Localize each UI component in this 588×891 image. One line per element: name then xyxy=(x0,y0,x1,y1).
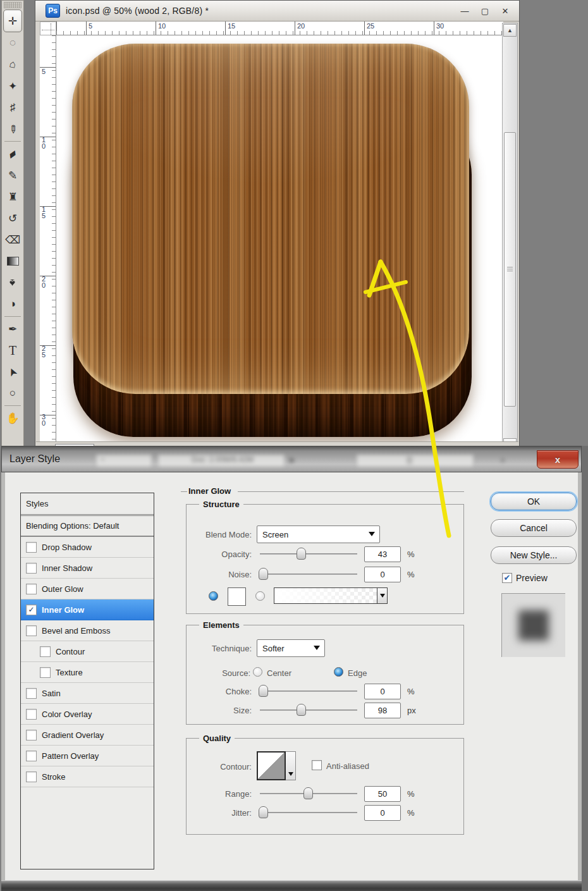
noise-unit: % xyxy=(407,570,415,579)
shape-tool[interactable]: ○ xyxy=(2,383,23,404)
panel-title: Inner Glow xyxy=(188,486,231,496)
ok-button[interactable]: OK xyxy=(491,493,577,510)
close-button[interactable]: ✕ xyxy=(500,6,510,16)
anti-aliased-checkbox[interactable] xyxy=(312,760,322,770)
choke-value-field[interactable]: 0 xyxy=(364,684,401,699)
noise-slider[interactable] xyxy=(260,568,357,581)
wood-icon-front-layer xyxy=(72,44,469,394)
palette-grip[interactable] xyxy=(4,2,21,8)
glow-gradient-radio[interactable] xyxy=(255,591,265,601)
list-item-outer-glow[interactable]: Outer Glow xyxy=(21,579,154,599)
glow-color-radio[interactable] xyxy=(209,591,218,601)
list-item-stroke[interactable]: Stroke xyxy=(21,766,154,787)
list-item-satin[interactable]: Satin xyxy=(21,683,154,704)
preview-checkbox[interactable]: ✔ xyxy=(502,573,512,583)
burn-tool[interactable]: ◑ xyxy=(2,293,23,315)
jitter-slider-thumb[interactable] xyxy=(259,806,268,818)
new-style-button[interactable]: New Style... xyxy=(491,546,577,564)
type-tool[interactable]: T xyxy=(2,340,23,361)
inner-shadow-checkbox[interactable] xyxy=(26,563,37,574)
noise-value-field[interactable]: 0 xyxy=(364,567,401,582)
list-item-gradient-overlay[interactable]: Gradient Overlay xyxy=(21,725,154,746)
healing-brush-tool[interactable]: ▰ xyxy=(2,143,23,164)
scrollbar-thumb[interactable] xyxy=(504,132,516,407)
brush-tool[interactable]: ✎ xyxy=(2,164,23,186)
opacity-value-field[interactable]: 43 xyxy=(364,546,401,562)
cancel-button[interactable]: Cancel xyxy=(491,519,577,537)
texture-checkbox[interactable] xyxy=(40,667,51,678)
list-item-inner-shadow[interactable]: Inner Shadow xyxy=(21,558,154,579)
list-item-drop-shadow[interactable]: Drop Shadow xyxy=(21,537,154,558)
color-overlay-checkbox[interactable] xyxy=(26,709,37,720)
gradient-tool[interactable] xyxy=(2,250,23,272)
style-preview-thumbnail xyxy=(501,593,565,657)
minimize-button[interactable]: — xyxy=(460,6,470,16)
range-value-field[interactable]: 50 xyxy=(364,786,401,802)
path-selection-tool[interactable]: ➤ xyxy=(2,361,23,383)
list-item-blending-options[interactable]: Blending Options: Default xyxy=(21,516,154,537)
ruler-origin-corner xyxy=(40,22,56,35)
stroke-checkbox[interactable] xyxy=(26,771,37,782)
gradient-picker-arrow[interactable] xyxy=(377,588,387,603)
size-slider[interactable] xyxy=(260,704,357,716)
jitter-slider[interactable] xyxy=(260,806,357,819)
crop-tool[interactable]: ♯ xyxy=(2,97,23,118)
vertical-scrollbar[interactable]: ▲ ▼ xyxy=(502,23,518,452)
choke-slider-thumb[interactable] xyxy=(259,685,268,697)
dialog-titlebar[interactable]: ◔ Doc: 2.00M/6.42M ▶ ||| ▸ Layer Style x xyxy=(1,446,582,472)
noise-slider-thumb[interactable] xyxy=(259,568,268,580)
range-slider[interactable] xyxy=(260,787,357,800)
contour-checkbox[interactable] xyxy=(40,646,51,657)
dropdown-arrow-icon xyxy=(369,532,375,536)
choke-slider[interactable] xyxy=(260,685,357,697)
history-brush-tool[interactable]: ↺ xyxy=(2,207,23,229)
maximize-button[interactable]: ▢ xyxy=(480,6,490,16)
list-item-pattern-overlay[interactable]: Pattern Overlay xyxy=(21,746,154,766)
drop-shadow-checkbox[interactable] xyxy=(26,542,37,553)
contour-thumbnail[interactable] xyxy=(257,751,286,780)
scrollbar-grip xyxy=(507,267,513,272)
list-item-texture[interactable]: Texture xyxy=(21,662,154,683)
opacity-slider-thumb[interactable] xyxy=(297,548,306,560)
range-slider-thumb[interactable] xyxy=(303,787,313,799)
range-unit: % xyxy=(407,789,415,799)
eyedropper-tool[interactable]: ✏ xyxy=(2,118,23,140)
size-value-field[interactable]: 98 xyxy=(364,703,401,718)
source-center-radio[interactable] xyxy=(253,667,262,677)
pattern-overlay-checkbox[interactable] xyxy=(26,751,37,761)
dialog-close-button[interactable]: x xyxy=(537,450,579,469)
clone-stamp-tool[interactable]: ♜ xyxy=(2,186,23,207)
scroll-up-arrow[interactable]: ▲ xyxy=(503,24,517,37)
gradient-overlay-checkbox[interactable] xyxy=(26,730,37,740)
glow-gradient-bar[interactable] xyxy=(274,587,388,604)
move-tool[interactable]: ✛ xyxy=(3,9,22,32)
quality-group: Quality xyxy=(186,738,464,835)
list-item-color-overlay[interactable]: Color Overlay xyxy=(21,704,154,725)
satin-checkbox[interactable] xyxy=(26,688,37,699)
blend-mode-dropdown[interactable]: Screen xyxy=(257,525,380,543)
opacity-slider[interactable] xyxy=(260,548,357,560)
blur-tool[interactable]: ♠ xyxy=(2,272,23,293)
inner-glow-checkbox[interactable]: ✓ xyxy=(26,605,37,615)
eraser-tool[interactable]: ⌫ xyxy=(2,229,23,250)
marquee-tool[interactable]: ◌ xyxy=(2,32,23,54)
list-item-contour[interactable]: Contour xyxy=(21,641,154,662)
source-edge-radio[interactable] xyxy=(334,667,343,677)
bevel-emboss-checkbox[interactable] xyxy=(26,625,37,636)
outer-glow-checkbox[interactable] xyxy=(26,584,37,594)
list-item-inner-glow[interactable]: ✓Inner Glow xyxy=(21,599,154,620)
size-slider-thumb[interactable] xyxy=(297,704,306,716)
pen-tool[interactable]: ✒ xyxy=(2,318,23,340)
jitter-value-field[interactable]: 0 xyxy=(364,805,401,821)
technique-dropdown[interactable]: Softer xyxy=(257,639,325,657)
contour-picker-arrow[interactable] xyxy=(286,751,296,780)
magic-wand-tool[interactable]: ✦ xyxy=(2,75,23,97)
hand-tool[interactable]: ✋ xyxy=(2,407,23,429)
styles-list-header[interactable]: Styles xyxy=(21,493,154,516)
lasso-tool[interactable]: ⌂ xyxy=(2,54,23,75)
glow-color-swatch[interactable] xyxy=(228,587,246,606)
opacity-unit: % xyxy=(407,550,415,559)
list-item-bevel-emboss[interactable]: Bevel and Emboss xyxy=(21,620,154,641)
document-canvas[interactable] xyxy=(56,35,503,452)
window-titlebar[interactable]: Ps icon.psd @ 50% (wood 2, RGB/8) * — ▢ … xyxy=(35,1,519,22)
